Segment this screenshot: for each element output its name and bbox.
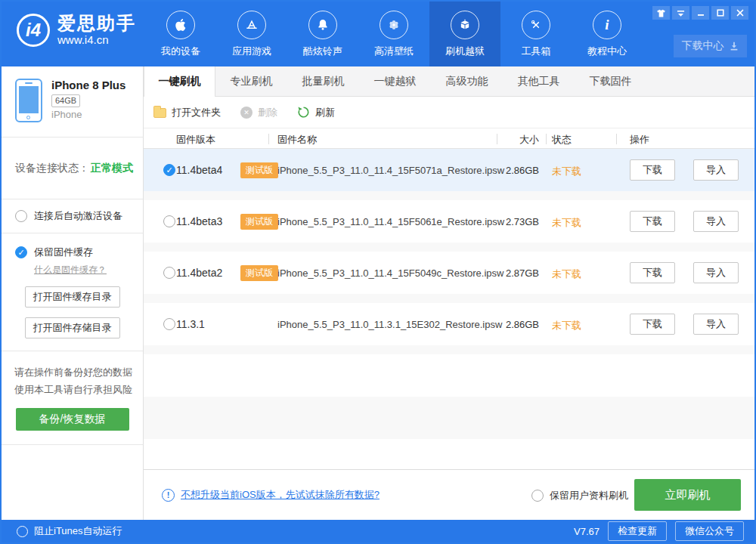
keep-user-data-radio[interactable] bbox=[531, 490, 544, 502]
nav-item-flash-jailbreak[interactable]: 刷机越狱 bbox=[429, 2, 500, 66]
download-status: 未下载 bbox=[552, 165, 581, 178]
row-select-radio[interactable] bbox=[163, 164, 175, 176]
col-firmware-version: 固件版本 bbox=[176, 133, 215, 147]
firmware-filename: iPhone_5.5_P3_11.0_11.4_15F5049c_Restore… bbox=[277, 267, 503, 279]
row-select-radio[interactable] bbox=[163, 267, 175, 279]
firmware-size: 2.87GB bbox=[475, 267, 539, 279]
device-info: iPhone 8 Plus 64GB iPhone bbox=[2, 66, 143, 138]
firmware-version: 11.4beta2 bbox=[176, 267, 222, 279]
import-firmware-button[interactable]: 导入 bbox=[693, 159, 739, 181]
table-header: 固件版本 固件名称 大小 状态 操作 bbox=[144, 128, 754, 149]
download-status: 未下载 bbox=[552, 267, 581, 281]
nav-item-toolbox[interactable]: 工具箱 bbox=[500, 2, 572, 66]
firmware-row[interactable]: 11.4beta3 测试版 iPhone_5.5_P3_11.0_11.4_15… bbox=[144, 200, 754, 243]
folder-icon bbox=[153, 108, 166, 118]
wechat-official-button[interactable]: 微信公众号 bbox=[675, 521, 744, 541]
tab-other-tools[interactable]: 其他工具 bbox=[503, 66, 575, 96]
erase-data-hint[interactable]: 不想升级当前iOS版本，先试试抹除所有数据? bbox=[162, 488, 380, 502]
firmware-row[interactable]: 11.4beta4 测试版 iPhone_5.5_P3_11.0_11.4_15… bbox=[144, 149, 754, 191]
backup-restore-button[interactable]: 备份/恢复数据 bbox=[16, 408, 129, 431]
alert-circle-icon bbox=[162, 489, 175, 502]
tab-batch-flash[interactable]: 批量刷机 bbox=[287, 66, 359, 96]
backup-warning-section: 请在操作前备份好您的数据 使用本工具请自行承担风险 备份/恢复数据 bbox=[2, 351, 143, 445]
device-name: iPhone 8 Plus bbox=[51, 79, 125, 92]
apple-icon bbox=[166, 11, 195, 39]
beta-badge: 测试版 bbox=[240, 162, 278, 178]
minimize-icon bbox=[697, 9, 705, 17]
row-select-radio[interactable] bbox=[163, 215, 175, 227]
warning-line-1: 请在操作前备份好您的数据 bbox=[2, 363, 143, 381]
flower-icon bbox=[380, 11, 408, 39]
nav-item-tutorials[interactable]: i 教程中心 bbox=[572, 2, 643, 66]
delete-button[interactable]: 删除 bbox=[240, 106, 277, 119]
nav-item-my-devices[interactable]: 我的设备 bbox=[145, 2, 216, 66]
import-firmware-button[interactable]: 导入 bbox=[693, 314, 739, 335]
firmware-row[interactable]: 11.4beta2 测试版 iPhone_5.5_P3_11.0_11.4_15… bbox=[144, 252, 754, 294]
skin-theme-button[interactable] bbox=[652, 6, 670, 20]
download-firmware-button[interactable]: 下载 bbox=[630, 159, 675, 181]
keep-cache-checkbox[interactable] bbox=[15, 246, 27, 258]
check-update-button[interactable]: 检查更新 bbox=[608, 521, 667, 541]
tab-one-click-jailbreak[interactable]: 一键越狱 bbox=[359, 66, 431, 96]
flash-action-bar: 不想升级当前iOS版本，先试试抹除所有数据? 保留用户资料刷机 立即刷机 bbox=[144, 469, 754, 520]
app-version: V7.67 bbox=[574, 526, 600, 537]
firmware-version: 11.4beta4 bbox=[176, 164, 222, 176]
open-store-dir-button[interactable]: 打开固件存储目录 bbox=[25, 317, 120, 338]
flash-tabs: 一键刷机 专业刷机 批量刷机 一键越狱 高级功能 其他工具 下载固件 bbox=[144, 66, 754, 97]
download-firmware-button[interactable]: 下载 bbox=[630, 262, 675, 283]
col-status: 状态 bbox=[552, 133, 572, 147]
auto-activate-radio[interactable] bbox=[15, 210, 27, 222]
main-content: 一键刷机 专业刷机 批量刷机 一键越狱 高级功能 其他工具 下载固件 打开文件夹… bbox=[144, 66, 754, 520]
bell-icon bbox=[308, 11, 337, 39]
firmware-version: 11.3.1 bbox=[176, 318, 205, 330]
nav-item-wallpapers[interactable]: 高清壁纸 bbox=[358, 2, 429, 66]
app-header: i4 爱思助手 www.i4.cn 我的设备 应用游戏 bbox=[2, 2, 754, 66]
menu-dropdown-button[interactable] bbox=[672, 6, 689, 20]
download-firmware-button[interactable]: 下载 bbox=[630, 211, 675, 232]
cache-help-link[interactable]: 什么是固件缓存？ bbox=[34, 264, 143, 277]
connection-status: 设备连接状态： 正常模式 bbox=[2, 138, 143, 199]
app-logo: i4 爱思助手 www.i4.cn bbox=[17, 14, 136, 47]
open-folder-button[interactable]: 打开文件夹 bbox=[153, 106, 221, 119]
close-button[interactable] bbox=[731, 6, 748, 20]
open-cache-dir-button[interactable]: 打开固件缓存目录 bbox=[25, 286, 120, 308]
connection-status-label: 设备连接状态： bbox=[15, 162, 89, 175]
erase-data-link[interactable]: 不想升级当前iOS版本，先试试抹除所有数据? bbox=[181, 488, 380, 502]
import-firmware-button[interactable]: 导入 bbox=[693, 262, 739, 283]
block-itunes-option[interactable]: 阻止iTunes自动运行 bbox=[17, 524, 122, 538]
beta-badge: 测试版 bbox=[240, 214, 278, 230]
refresh-button[interactable]: 刷新 bbox=[297, 106, 335, 119]
device-capacity-badge: 64GB bbox=[51, 94, 80, 107]
app-title: 爱思助手 bbox=[57, 14, 136, 33]
tab-advanced[interactable]: 高级功能 bbox=[431, 66, 503, 96]
keep-user-data-option[interactable]: 保留用户资料刷机 bbox=[531, 489, 628, 502]
nav-item-apps-games[interactable]: 应用游戏 bbox=[216, 2, 287, 66]
maximize-button[interactable] bbox=[711, 6, 729, 20]
minimize-button[interactable] bbox=[692, 6, 709, 20]
block-itunes-radio[interactable] bbox=[17, 526, 28, 537]
tab-download-firmware[interactable]: 下载固件 bbox=[575, 66, 646, 96]
import-firmware-button[interactable]: 导入 bbox=[693, 211, 739, 232]
keep-cache-option[interactable]: 保留固件缓存 bbox=[2, 246, 143, 259]
nav-item-ringtones[interactable]: 酷炫铃声 bbox=[287, 2, 358, 66]
col-size: 大小 bbox=[475, 133, 539, 147]
flash-now-button[interactable]: 立即刷机 bbox=[634, 479, 741, 511]
download-center-button[interactable]: 下载中心 bbox=[674, 35, 747, 57]
shirt-icon bbox=[656, 8, 666, 18]
col-action: 操作 bbox=[630, 133, 649, 147]
firmware-row[interactable]: 11.3.1 iPhone_5.5_P3_11.0_11.3.1_15E302_… bbox=[144, 303, 754, 345]
firmware-size: 2.86GB bbox=[475, 165, 539, 176]
download-firmware-button[interactable]: 下载 bbox=[630, 314, 675, 335]
tab-one-click-flash[interactable]: 一键刷机 bbox=[144, 66, 215, 97]
auto-activate-option[interactable]: 连接后自动激活设备 bbox=[2, 199, 143, 233]
app-url: www.i4.cn bbox=[57, 33, 136, 47]
device-model: iPhone bbox=[51, 109, 125, 120]
refresh-icon bbox=[297, 106, 310, 119]
status-bar: 阻止iTunes自动运行 V7.67 检查更新 微信公众号 bbox=[2, 520, 754, 542]
tab-pro-flash[interactable]: 专业刷机 bbox=[215, 66, 287, 96]
col-firmware-name: 固件名称 bbox=[277, 133, 317, 147]
row-select-radio[interactable] bbox=[163, 318, 175, 330]
app-window: i4 爱思助手 www.i4.cn 我的设备 应用游戏 bbox=[0, 0, 756, 544]
firmware-list: 11.4beta4 测试版 iPhone_5.5_P3_11.0_11.4_15… bbox=[144, 149, 754, 469]
main-nav: 我的设备 应用游戏 酷炫铃声 高清壁纸 bbox=[145, 2, 643, 66]
